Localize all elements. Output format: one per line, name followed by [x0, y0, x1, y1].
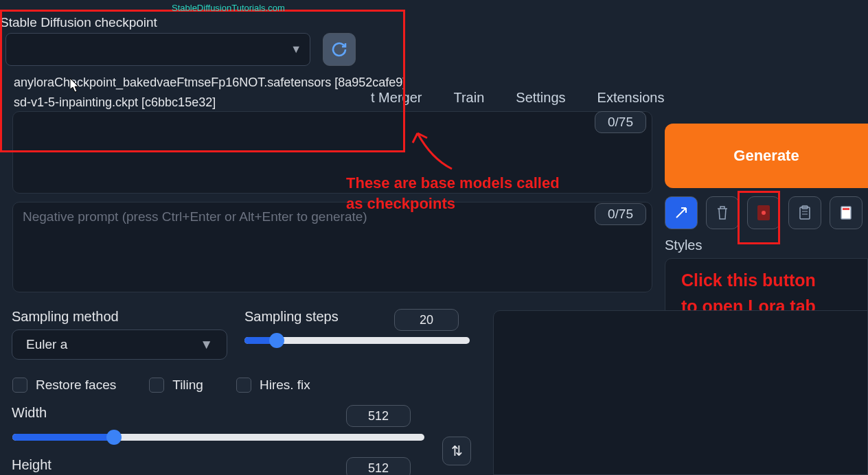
checkpoint-option[interactable]: anyloraCheckpoint_bakedvaeFtmseFp16NOT.s… — [7, 73, 396, 93]
checkpoint-dropdown[interactable]: ▼ — [5, 33, 310, 66]
svg-rect-5 — [843, 208, 849, 210]
tab-train[interactable]: Train — [453, 90, 484, 106]
arrow-icon — [674, 206, 688, 220]
height-label: Height — [12, 457, 52, 473]
arrow-button[interactable] — [665, 196, 698, 229]
sampling-method-dropdown[interactable]: Euler a ▼ — [12, 329, 227, 360]
generate-button[interactable]: Generate — [665, 124, 868, 188]
tab-extensions[interactable]: Extensions — [597, 90, 665, 106]
height-value[interactable]: 512 — [346, 457, 411, 475]
watermark: StableDiffusionTutorials.com — [172, 3, 285, 13]
negative-prompt-input[interactable]: Negative prompt (press Ctrl+Enter or Alt… — [12, 202, 652, 292]
slider-thumb[interactable] — [106, 430, 122, 445]
tab-row: t Merger Train Settings Extensions — [371, 90, 664, 106]
checkpoint-label: Stable Diffusion checkpoint — [0, 15, 157, 30]
file-icon — [840, 205, 852, 220]
sampling-method-value: Euler a — [26, 337, 67, 352]
refresh-icon — [331, 41, 347, 58]
hires-fix-checkbox[interactable] — [236, 378, 251, 393]
sampling-steps-value[interactable]: 20 — [394, 309, 459, 331]
chevron-down-icon: ▼ — [290, 43, 301, 56]
preview-panel — [493, 310, 868, 475]
hires-fix-option[interactable]: Hires. fix — [236, 378, 310, 393]
styles-label: Styles — [665, 238, 702, 253]
width-label: Width — [12, 405, 47, 421]
card-icon — [757, 205, 770, 220]
width-slider[interactable] — [12, 434, 424, 441]
restore-faces-label: Restore faces — [36, 378, 116, 393]
checkpoint-option[interactable]: sd-v1-5-inpainting.ckpt [c6bbc15e32] — [7, 93, 396, 113]
refresh-checkpoint-button[interactable] — [323, 33, 356, 66]
trash-icon — [716, 205, 729, 220]
sampling-steps-label: Sampling steps — [244, 309, 339, 325]
tiling-label: Tiling — [172, 378, 203, 393]
sampling-steps-slider[interactable] — [244, 337, 470, 344]
tiling-option[interactable]: Tiling — [149, 378, 203, 393]
extra-networks-button[interactable] — [747, 196, 780, 229]
width-value[interactable]: 512 — [346, 405, 411, 427]
tiling-checkbox[interactable] — [149, 378, 164, 393]
tab-settings[interactable]: Settings — [516, 90, 565, 106]
slider-thumb[interactable] — [269, 333, 284, 348]
negative-prompt-placeholder: Negative prompt (press Ctrl+Enter or Alt… — [23, 209, 367, 224]
hires-fix-label: Hires. fix — [260, 378, 310, 393]
restore-faces-option[interactable]: Restore faces — [12, 378, 116, 393]
trash-button[interactable] — [706, 196, 739, 229]
annotation-checkpoints-text: These are base models called as checkpoi… — [346, 173, 560, 213]
file-button[interactable] — [830, 196, 863, 229]
clipboard-icon — [799, 205, 811, 220]
clipboard-button[interactable] — [788, 196, 821, 229]
sampling-method-label: Sampling method — [12, 309, 119, 325]
chevron-down-icon: ▼ — [200, 337, 213, 352]
swap-dimensions-button[interactable]: ⇅ — [442, 437, 471, 465]
restore-faces-checkbox[interactable] — [12, 378, 27, 393]
checkbox-row: Restore faces Tiling Hires. fix — [12, 378, 310, 393]
utility-icon-row — [665, 196, 863, 229]
negative-counter: 0/75 — [595, 203, 646, 225]
tab-checkpoint-merger[interactable]: t Merger — [371, 90, 422, 106]
prompt-counter: 0/75 — [595, 111, 646, 133]
